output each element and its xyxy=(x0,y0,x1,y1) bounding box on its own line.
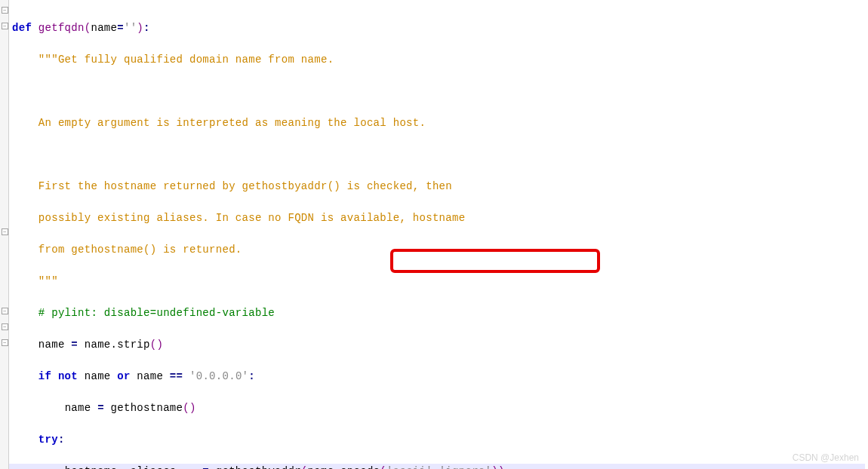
code-line: try: xyxy=(12,432,868,448)
code-line: from gethostname() is returned. xyxy=(12,242,868,258)
fold-toggle-icon[interactable]: − xyxy=(2,323,8,330)
code-line: First the hostname returned by gethostby… xyxy=(12,179,868,195)
fold-toggle-icon[interactable]: − xyxy=(2,339,8,346)
code-line: possibly existing aliases. In case no FQ… xyxy=(12,210,868,226)
fold-toggle-icon[interactable]: − xyxy=(2,7,8,14)
fold-toggle-icon[interactable]: − xyxy=(2,228,8,235)
highlighted-line: hostname, aliases, _ = gethostbyaddr(nam… xyxy=(9,464,865,469)
code-line: name = name.strip() xyxy=(12,337,868,353)
code-line: # pylint: disable=undefined-variable xyxy=(12,305,868,321)
fold-toggle-icon[interactable]: − xyxy=(2,308,8,314)
code-editor[interactable]: def getfqdn(name=''): """Get fully quali… xyxy=(9,0,868,469)
code-line: """ xyxy=(12,274,868,290)
code-line: An empty argument is interpreted as mean… xyxy=(12,115,868,131)
watermark: CSDN @Jexhen xyxy=(793,452,859,463)
fold-toggle-icon[interactable]: − xyxy=(2,23,8,29)
fold-gutter: − − − − − − xyxy=(0,0,9,469)
code-line xyxy=(12,84,868,100)
code-line: def getfqdn(name=''): xyxy=(12,20,868,36)
code-line: if not name or name == '0.0.0.0': xyxy=(12,369,868,385)
code-line xyxy=(12,147,868,163)
code-line: """Get fully qualified domain name from … xyxy=(12,52,868,68)
code-line: name = gethostname() xyxy=(12,400,868,416)
